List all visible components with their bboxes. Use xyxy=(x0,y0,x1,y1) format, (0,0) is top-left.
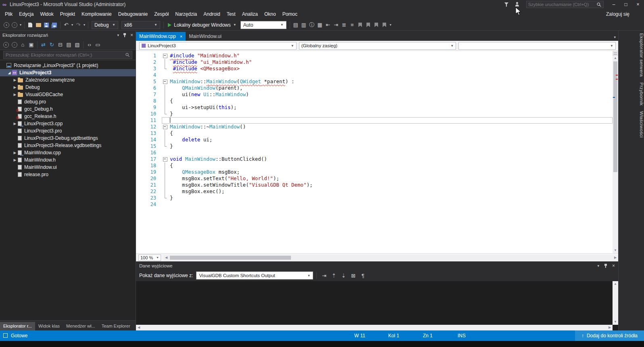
show-all-files-icon[interactable]: ▤ xyxy=(65,40,73,49)
fold-collapse-icon[interactable] xyxy=(162,78,168,85)
tree-item-mainwindow-ui[interactable]: MainWindow.ui xyxy=(0,164,136,171)
member-list-icon[interactable]: ▤ xyxy=(292,21,300,29)
increase-indent-icon[interactable]: ⇥ xyxy=(332,21,340,29)
scroll-left-icon[interactable]: ◀ xyxy=(163,255,169,261)
parameter-info-icon[interactable]: ▥ xyxy=(300,21,308,29)
output-vertical-scrollbar[interactable]: ▲ ▼ xyxy=(613,281,618,325)
clear-all-icon[interactable]: ⊠ xyxy=(349,271,357,280)
code-line-21[interactable]: 21 msgBox.setWindowTitle("VisualGDB Qt D… xyxy=(136,182,613,188)
close-panel-icon[interactable]: × xyxy=(130,32,133,38)
tree-item-linuxproject3[interactable]: ◢++LinuxProject3 xyxy=(0,69,136,76)
solution-search-input[interactable] xyxy=(6,53,125,57)
scroll-up-icon[interactable]: ▲ xyxy=(613,281,618,287)
document-tab-mainwindow-ui[interactable]: MainWindow.ui xyxy=(186,32,225,41)
tree-item-debug[interactable]: ▶Debug xyxy=(0,84,136,91)
code-line-6[interactable]: 6 QMainWindow(parent), xyxy=(136,85,613,91)
next-message-icon[interactable]: ⇣ xyxy=(339,271,347,280)
send-feedback-button[interactable] xyxy=(512,0,522,9)
toolbar-overflow-icon[interactable]: ▾ xyxy=(389,21,393,29)
code-editor[interactable]: 1#include "MainWindow.h"2 #include "ui_M… xyxy=(136,51,618,253)
code-line-11[interactable]: 11 xyxy=(136,117,613,124)
redo-icon[interactable]: ↷ xyxy=(74,21,82,29)
menu-item-widok[interactable]: Widok xyxy=(37,10,56,19)
tree-item-linuxproject3-cpp[interactable]: ▶LinuxProject3.cpp xyxy=(0,120,136,127)
tool-tab-widok-klas[interactable]: Widok klas xyxy=(35,322,63,330)
navigate-forward-icon[interactable]: › xyxy=(10,21,19,29)
document-tab-mainwindow-cpp[interactable]: MainWindow.cpp× xyxy=(136,32,186,41)
scrollbar-thumb[interactable] xyxy=(170,256,291,260)
collapse-all-icon[interactable]: ⊟ xyxy=(56,40,65,49)
preview-icon[interactable]: ▭ xyxy=(94,40,102,49)
tree-item-visualgdbcache[interactable]: ▶VisualGDBCache xyxy=(0,91,136,98)
sign-in-link[interactable]: Zaloguj się xyxy=(606,11,629,17)
menu-item-android[interactable]: Android xyxy=(200,10,223,19)
save-icon[interactable] xyxy=(42,21,50,29)
undo-dropdown-icon[interactable]: ▾ xyxy=(70,21,74,29)
window-position-icon[interactable]: ▾ xyxy=(117,33,119,37)
expand-arrow-icon[interactable]: ▶ xyxy=(12,85,18,89)
home-icon[interactable]: ⌂ xyxy=(19,40,27,49)
project-dropdown[interactable]: LinuxProject3 ▼ xyxy=(139,42,297,50)
solution-configuration-combo[interactable]: Debug▼ xyxy=(92,21,118,29)
code-line-4[interactable]: 4 xyxy=(136,72,613,78)
tree-item-mainwindow-cpp[interactable]: ▶MainWindow.cpp xyxy=(0,149,136,156)
tree-item-release-pro[interactable]: release.pro xyxy=(0,171,136,178)
chevron-down-icon[interactable]: ▼ xyxy=(233,23,236,27)
expand-arrow-icon[interactable]: ▶ xyxy=(12,122,18,126)
new-file-icon[interactable] xyxy=(26,21,34,29)
previous-bookmark-icon[interactable] xyxy=(364,21,372,29)
zoom-dropdown[interactable]: 100 % ▼ xyxy=(138,254,161,261)
undo-icon[interactable]: ↶ xyxy=(62,21,70,29)
editor-vertical-scrollbar[interactable]: ▲ ▼ xyxy=(613,51,618,253)
code-line-14[interactable]: 14 delete ui; xyxy=(136,137,613,143)
scroll-down-icon[interactable]: ▼ xyxy=(613,248,618,253)
explorer-back-icon[interactable]: ‹ xyxy=(2,40,10,49)
editor-horizontal-scrollbar[interactable]: ◀ ▶ xyxy=(163,255,618,261)
fold-collapse-icon[interactable] xyxy=(162,53,168,59)
right-tab-w-asciwosci[interactable]: Właściwości xyxy=(621,111,644,138)
code-line-5[interactable]: 5MainWindow::MainWindow(QWidget *parent)… xyxy=(136,78,613,85)
code-line-24[interactable]: 24 xyxy=(136,201,613,208)
scrollbar-thumb[interactable] xyxy=(613,61,617,172)
refresh-icon[interactable]: ↻ xyxy=(48,40,56,49)
scope-icon[interactable]: ▣ xyxy=(27,40,36,49)
menu-item-test[interactable]: Test xyxy=(224,10,239,19)
save-all-icon[interactable] xyxy=(50,21,59,29)
navigate-back-icon[interactable]: ‹ xyxy=(2,21,10,29)
close-tab-icon[interactable]: × xyxy=(180,34,182,39)
window-position-icon[interactable]: ▾ xyxy=(597,264,599,268)
view-code-icon[interactable]: ‹› xyxy=(85,40,94,49)
code-line-13[interactable]: 13{ xyxy=(136,130,613,137)
tree-item-rozwiazanie-linuxproject3-1-projekt[interactable]: Rozwiązanie „LinuxProject3” (1 projekt) xyxy=(0,62,136,69)
comment-icon[interactable]: ≣ xyxy=(340,21,348,29)
menu-item-okno[interactable]: Okno xyxy=(261,10,279,19)
tree-item-linuxproject3-release-vgdbsettings[interactable]: LinuxProject3-Release.vgdbsettings xyxy=(0,142,136,149)
scope-dropdown[interactable]: (Globalny zasięg) ▼ xyxy=(299,42,456,50)
goto-message-icon[interactable]: ⇥ xyxy=(320,271,328,280)
quick-launch-search[interactable] xyxy=(526,1,604,8)
code-line-15[interactable]: 15} xyxy=(136,143,613,149)
toggle-bookmark-icon[interactable] xyxy=(356,21,364,29)
tree-item-mainwindow-h[interactable]: ▶MainWindow.h xyxy=(0,156,136,164)
tool-tab-menedzer-w[interactable]: Menedżer wł... xyxy=(63,322,98,330)
expand-arrow-icon[interactable]: ▶ xyxy=(12,78,18,82)
code-line-3[interactable]: 3 #include <QMessageBox> xyxy=(136,65,613,72)
tree-item-gcc-debug-h[interactable]: gcc_Debug.h xyxy=(0,105,136,113)
code-line-23[interactable]: 23} xyxy=(136,195,613,201)
scroll-down-icon[interactable]: ▼ xyxy=(613,319,618,325)
fold-collapse-icon[interactable] xyxy=(162,124,168,130)
expand-arrow-icon[interactable]: ◢ xyxy=(6,71,12,75)
tree-item-gcc-release-h[interactable]: gcc_Release.h xyxy=(0,113,136,120)
menu-item-edycja[interactable]: Edycja xyxy=(16,10,37,19)
tree-item-linuxproject3-debug-vgdbsettings[interactable]: LinuxProject3-Debug.vgdbsettings xyxy=(0,135,136,142)
output-source-dropdown[interactable]: VisualGDB Custom Shortcuts Output ▼ xyxy=(196,271,313,280)
expand-arrow-icon[interactable]: ▶ xyxy=(12,93,18,97)
clear-bookmarks-icon[interactable] xyxy=(381,21,389,29)
menu-item-narzedzia[interactable]: Narzędzia xyxy=(172,10,200,19)
tool-tab-eksplorator-r[interactable]: Eksplorator r... xyxy=(0,322,35,330)
add-to-source-control-button[interactable]: ↑ Dodaj do kontroli źródła xyxy=(575,330,644,341)
menu-item-analiza[interactable]: Analiza xyxy=(239,10,261,19)
code-line-2[interactable]: 2 #include "ui_MainWindow.h" xyxy=(136,59,613,65)
pin-icon[interactable] xyxy=(604,263,607,268)
previous-message-icon[interactable]: ⇡ xyxy=(330,271,338,280)
